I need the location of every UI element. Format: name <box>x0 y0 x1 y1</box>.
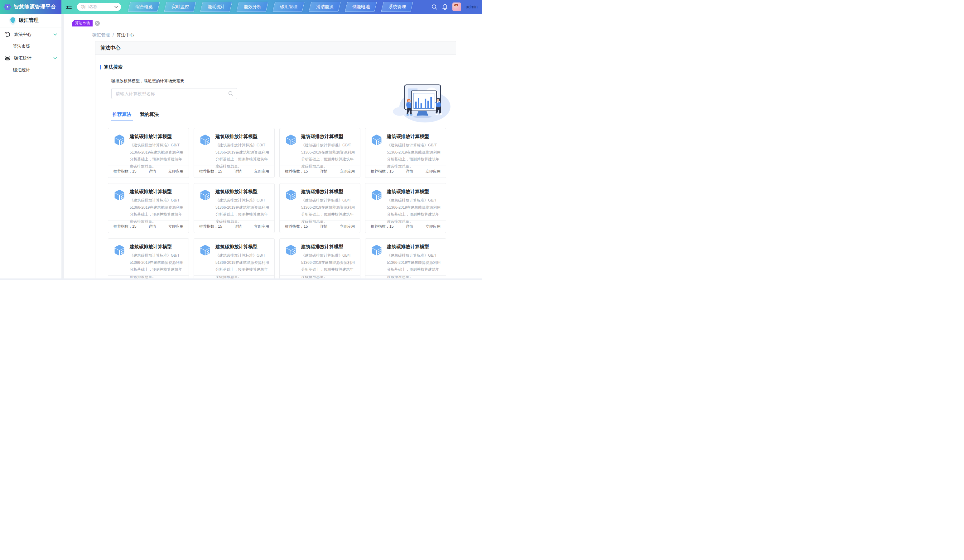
tab-我的算法[interactable]: 我的算法 <box>140 112 159 121</box>
sidebar-header: 碳汇管理 <box>0 14 62 28</box>
recommend-score: 推荐指数：15 <box>199 169 222 174</box>
nav-tab-清洁能源[interactable]: 清洁能源 <box>309 2 341 12</box>
card-footer: 推荐指数：15 详情 立即应用 <box>365 220 446 233</box>
sidebar-item-label: 算法中心 <box>14 32 53 37</box>
card-footer: 推荐指数：15 详情 立即应用 <box>194 165 274 177</box>
card-footer: 推荐指数：15 详情 立即应用 <box>365 165 446 177</box>
algorithm-card: 建筑碳排放计算模型 《建筑碳排放计算标准》GB/T 51366-2019在建筑能… <box>108 183 189 233</box>
co2-cloud-icon: CO₂ <box>4 55 11 62</box>
algorithm-card: 建筑碳排放计算模型 《建筑碳排放计算标准》GB/T 51366-2019在建筑能… <box>279 238 360 280</box>
sidebar-subitem-carbon-statistics[interactable]: 碳汇统计 <box>0 64 62 76</box>
algorithm-card: 建筑碳排放计算模型 《建筑碳排放计算标准》GB/T 51366-2019在建筑能… <box>279 128 360 178</box>
detail-link[interactable]: 详情 <box>149 169 156 174</box>
card-title: 建筑碳排放计算模型 <box>387 134 441 140</box>
panel-header: 算法中心 <box>95 41 456 55</box>
apply-link[interactable]: 立即应用 <box>340 224 355 229</box>
app-window: 智慧能源管理平台 项目名称 综合概览 实时监控 能耗统计 能效分析 碳汇管理 清… <box>0 0 482 280</box>
input-search-icon[interactable] <box>228 91 233 96</box>
algorithm-card: 建筑碳排放计算模型 《建筑碳排放计算标准》GB/T 51366-2019在建筑能… <box>365 128 446 178</box>
detail-link[interactable]: 详情 <box>149 224 156 229</box>
user-avatar[interactable] <box>453 3 461 11</box>
model-cube-icon <box>285 189 296 201</box>
sidebar-item-label: 碳汇统计 <box>14 55 53 61</box>
breadcrumb-current: 算法中心 <box>117 32 134 38</box>
main-content: 算法市场 碳汇管理 / 算法中心 算法中心 算法搜索 碳排放核算模型，满足您的 <box>62 14 482 280</box>
card-footer: 推荐指数：15 详情 立即应用 <box>108 165 189 177</box>
detail-link[interactable]: 详情 <box>320 224 328 229</box>
horizontal-scrollbar-track[interactable] <box>0 278 482 280</box>
sidebar-subitem-algorithm-market[interactable]: 算法市场 <box>0 41 62 52</box>
recommend-score: 推荐指数：15 <box>285 169 308 174</box>
apply-link[interactable]: 立即应用 <box>168 169 183 174</box>
apply-link[interactable]: 立即应用 <box>425 169 441 174</box>
card-footer: 推荐指数：15 详情 立即应用 <box>108 220 189 233</box>
username-label[interactable]: admin <box>466 4 478 9</box>
detail-link[interactable]: 详情 <box>234 169 242 174</box>
nav-tab-实时监控[interactable]: 实时监控 <box>164 2 196 12</box>
card-title: 建筑碳排放计算模型 <box>215 189 269 195</box>
apply-link[interactable]: 立即应用 <box>168 224 183 229</box>
nav-tab-碳汇管理[interactable]: 碳汇管理 <box>272 2 305 12</box>
breadcrumb: 碳汇管理 / 算法中心 <box>92 32 482 38</box>
algorithm-card: 建筑碳排放计算模型 《建筑碳排放计算标准》GB/T 51366-2019在建筑能… <box>365 183 446 233</box>
algorithm-card: 建筑碳排放计算模型 《建筑碳排放计算标准》GB/T 51366-2019在建筑能… <box>108 238 189 280</box>
apply-link[interactable]: 立即应用 <box>254 224 269 229</box>
breadcrumb-parent[interactable]: 碳汇管理 <box>92 32 110 38</box>
model-cube-icon <box>285 245 296 256</box>
algorithm-card: 建筑碳排放计算模型 《建筑碳排放计算标准》GB/T 51366-2019在建筑能… <box>365 238 446 280</box>
sidebar-item-carbon-statistics[interactable]: CO₂ 碳汇统计 <box>0 52 62 64</box>
recommend-score: 推荐指数：15 <box>199 224 222 229</box>
collapse-sidebar-icon[interactable] <box>66 4 72 10</box>
nav-tab-能效分析[interactable]: 能效分析 <box>236 2 269 12</box>
apply-link[interactable]: 立即应用 <box>425 224 441 229</box>
card-title: 建筑碳排放计算模型 <box>387 244 441 250</box>
card-title: 建筑碳排放计算模型 <box>130 189 184 195</box>
card-title: 建筑碳排放计算模型 <box>215 244 269 250</box>
detail-link[interactable]: 详情 <box>234 224 242 229</box>
nav-tab-储能电池[interactable]: 储能电池 <box>345 2 377 12</box>
algorithm-card: 建筑碳排放计算模型 《建筑碳排放计算标准》GB/T 51366-2019在建筑能… <box>108 128 189 178</box>
project-select[interactable]: 项目名称 <box>77 3 121 11</box>
card-title: 建筑碳排放计算模型 <box>130 244 184 250</box>
model-cube-icon <box>200 245 211 256</box>
chevron-down-icon <box>114 6 118 8</box>
nav-tab-能耗统计[interactable]: 能耗统计 <box>200 2 232 12</box>
panel-body: 算法搜索 碳排放核算模型，满足您的计算场景需要 <box>95 55 456 280</box>
nav-tab-系统管理[interactable]: 系统管理 <box>381 2 413 12</box>
algorithm-card-grid: 建筑碳排放计算模型 《建筑碳排放计算标准》GB/T 51366-2019在建筑能… <box>108 128 456 280</box>
model-search-input[interactable] <box>112 91 228 96</box>
app-title: 智慧能源管理平台 <box>14 4 56 10</box>
sidebar: 碳汇管理 AI 算法中心 算法市场 <box>0 14 62 280</box>
detail-link[interactable]: 详情 <box>406 169 414 174</box>
chevron-down-icon <box>53 57 57 60</box>
tab-推荐算法[interactable]: 推荐算法 <box>112 112 131 121</box>
panel-title: 算法中心 <box>100 45 120 51</box>
detail-link[interactable]: 详情 <box>320 169 328 174</box>
model-cube-icon <box>200 189 211 201</box>
model-cube-icon <box>200 134 211 146</box>
bell-icon[interactable] <box>442 4 448 10</box>
card-title: 建筑碳排放计算模型 <box>387 189 441 195</box>
model-cube-icon <box>114 189 125 201</box>
breadcrumb-separator: / <box>112 33 114 38</box>
route-tag-algorithm-market[interactable]: 算法市场 <box>72 20 93 26</box>
tag-close-button[interactable] <box>95 21 100 26</box>
model-cube-icon <box>371 134 382 146</box>
sidebar-item-algorithm-center[interactable]: AI 算法中心 <box>0 29 62 41</box>
section-label: 算法搜索 <box>104 64 122 70</box>
recommend-score: 推荐指数：15 <box>371 224 394 229</box>
nav-tab-综合概览[interactable]: 综合概览 <box>128 2 160 12</box>
detail-link[interactable]: 详情 <box>406 224 414 229</box>
svg-text:AI: AI <box>5 32 7 34</box>
apply-link[interactable]: 立即应用 <box>340 169 355 174</box>
card-title: 建筑碳排放计算模型 <box>215 134 269 140</box>
recommend-score: 推荐指数：15 <box>114 169 136 174</box>
location-pin-icon <box>10 17 16 24</box>
card-title: 建筑碳排放计算模型 <box>301 134 355 140</box>
card-footer: 推荐指数：15 详情 立即应用 <box>280 220 360 233</box>
model-cube-icon <box>114 134 125 146</box>
algorithm-card: 建筑碳排放计算模型 《建筑碳排放计算标准》GB/T 51366-2019在建筑能… <box>194 238 275 280</box>
search-icon[interactable] <box>432 4 437 10</box>
recommend-score: 推荐指数：15 <box>371 169 394 174</box>
apply-link[interactable]: 立即应用 <box>254 169 269 174</box>
